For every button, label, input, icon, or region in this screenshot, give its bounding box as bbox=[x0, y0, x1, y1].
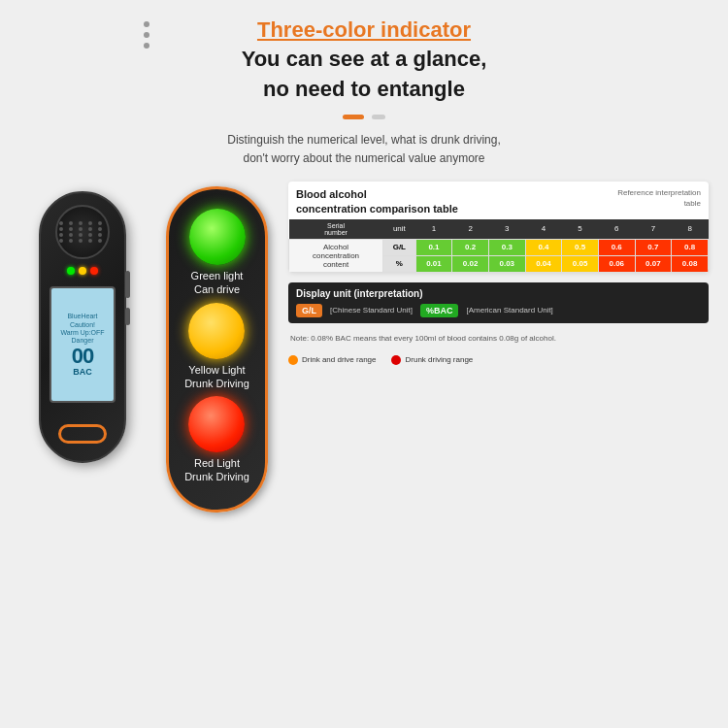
badge-bac: %BAC bbox=[420, 304, 459, 317]
right-section: Blood alcoholconcentration comparison ta… bbox=[288, 182, 709, 365]
badge-bac-desc: [American Standard Unit] bbox=[466, 306, 552, 314]
pag-dot-inactive bbox=[372, 115, 385, 119]
led-indicators bbox=[67, 267, 98, 275]
legend-dot-red bbox=[391, 355, 401, 365]
yellow-light bbox=[188, 303, 245, 359]
col-serial: Serialnumber bbox=[289, 219, 383, 240]
unit-badges: G/L [Chinese Standard Unit] %BAC [Americ… bbox=[296, 304, 701, 317]
led-red bbox=[90, 267, 98, 275]
device-bottom-ring bbox=[58, 424, 107, 444]
pagination bbox=[0, 115, 728, 119]
led-green bbox=[67, 267, 75, 275]
device-section: BlueHeart Caution! Warm Up:OFF Danger 00… bbox=[19, 191, 146, 463]
page: Three-color indicator You can see at a g… bbox=[0, 0, 728, 728]
title-main: You can see at a glance, no need to enta… bbox=[0, 45, 728, 105]
side-button-top[interactable] bbox=[125, 271, 130, 298]
legend-item-2: Drunk driving range bbox=[391, 355, 473, 365]
title-colored: Three-color indicator bbox=[0, 17, 728, 43]
decoration-dots bbox=[144, 21, 149, 49]
speaker-grill bbox=[59, 221, 106, 243]
green-light bbox=[189, 209, 246, 265]
row-label: Alcoholconcentrationcontent bbox=[289, 239, 383, 272]
col-7: 7 bbox=[635, 219, 672, 240]
display-unit-box: Display unit (interpretation) G/L [Chine… bbox=[288, 282, 709, 323]
legend-item-1: Drink and drive range bbox=[288, 355, 376, 365]
lcd-unit: BAC bbox=[73, 367, 92, 377]
col-6: 6 bbox=[598, 219, 635, 240]
traffic-panel: Green light Can drive Yellow Light Drunk… bbox=[161, 186, 273, 513]
side-button-bottom[interactable] bbox=[125, 308, 130, 325]
subtitle: Distinguish the numerical level, what is… bbox=[0, 131, 728, 168]
badge-gl-desc: [Chinese Standard Unit] bbox=[330, 306, 413, 314]
row2-unit: % bbox=[383, 255, 416, 272]
red-light-label: Red Light Drunk Driving bbox=[184, 456, 249, 484]
light-green-section: Green light Can drive bbox=[189, 209, 246, 297]
light-red-section: Red Light Drunk Driving bbox=[184, 396, 249, 484]
traffic-device: Green light Can drive Yellow Light Drunk… bbox=[166, 186, 268, 513]
yellow-light-label: Yellow Light Drunk Driving bbox=[184, 363, 249, 391]
col-8: 8 bbox=[672, 219, 709, 240]
col-3: 3 bbox=[488, 219, 525, 240]
col-unit: unit bbox=[383, 219, 416, 240]
led-yellow bbox=[79, 267, 86, 275]
lcd-screen: BlueHeart Caution! Warm Up:OFF Danger 00… bbox=[50, 286, 116, 403]
table-row-gl: Alcoholconcentrationcontent G/L 0.1 0.2 … bbox=[289, 239, 709, 255]
green-light-label: Green light Can drive bbox=[191, 269, 244, 297]
bac-table-container: Blood alcoholconcentration comparison ta… bbox=[288, 182, 709, 273]
legend-dot-orange bbox=[288, 355, 298, 365]
col-5: 5 bbox=[562, 219, 599, 240]
col-1: 1 bbox=[415, 219, 452, 240]
col-4: 4 bbox=[525, 219, 562, 240]
table-subtitle: Reference interpretationtable bbox=[617, 187, 701, 209]
note: Note: 0.08% BAC means that every 100ml o… bbox=[288, 333, 709, 344]
red-light bbox=[188, 396, 245, 452]
device-body: BlueHeart Caution! Warm Up:OFF Danger 00… bbox=[39, 191, 126, 463]
light-yellow-section: Yellow Light Drunk Driving bbox=[184, 303, 249, 391]
badge-gl: G/L bbox=[296, 304, 322, 317]
lcd-display-number: 00 bbox=[72, 346, 93, 367]
main-content: BlueHeart Caution! Warm Up:OFF Danger 00… bbox=[0, 182, 728, 513]
col-2: 2 bbox=[452, 219, 489, 240]
speaker bbox=[55, 205, 110, 259]
table-title: Blood alcoholconcentration comparison ta… bbox=[296, 187, 458, 217]
display-unit-title: Display unit (interpretation) bbox=[296, 288, 701, 299]
legend-row: Drink and drive range Drunk driving rang… bbox=[288, 355, 709, 365]
bac-table: Serialnumber unit 1 2 3 4 5 6 7 8 bbox=[288, 219, 709, 273]
header: Three-color indicator You can see at a g… bbox=[0, 0, 728, 105]
pag-dot-active bbox=[343, 115, 364, 119]
row1-unit: G/L bbox=[383, 239, 416, 255]
